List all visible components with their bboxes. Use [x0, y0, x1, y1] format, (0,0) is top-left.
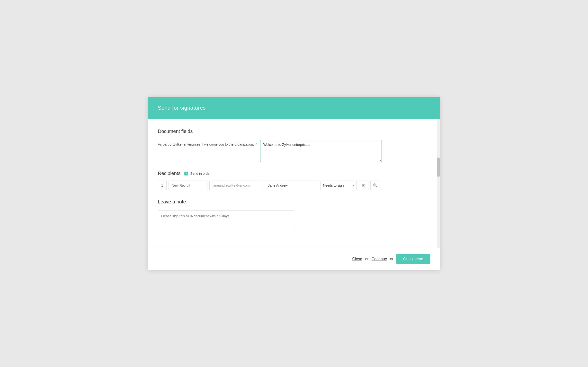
search-action-button[interactable]: 🔍: [370, 181, 380, 190]
recipients-title: Recipients: [158, 171, 180, 176]
scrollbar[interactable]: [437, 119, 440, 248]
recipient-number: 1: [158, 181, 167, 190]
needs-to-sign-select[interactable]: Needs to sign Receives a copy In person …: [320, 181, 357, 190]
close-button[interactable]: Close: [352, 257, 362, 261]
required-indicator: *: [256, 142, 257, 146]
leave-note-title: Leave a note: [158, 199, 430, 205]
leave-note-textarea[interactable]: [158, 210, 294, 232]
recipient-fullname-input[interactable]: [265, 181, 318, 190]
recipients-header: Recipients Send in order: [158, 171, 430, 176]
recipient-email-input[interactable]: [209, 181, 263, 190]
email-icon: ✉: [362, 183, 365, 188]
modal-title: Send for signatures: [158, 105, 430, 111]
recipients-section: Recipients Send in order 1 Needs to sign…: [158, 171, 430, 190]
needs-to-sign-wrapper: Needs to sign Receives a copy In person …: [320, 181, 357, 190]
send-in-order-label: Send in order: [190, 172, 211, 175]
modal-container: Send for signatures Document fields As p…: [148, 97, 440, 270]
leave-note-section: Leave a note: [158, 199, 430, 233]
email-action-button[interactable]: ✉: [359, 181, 368, 190]
document-field-row: As part of Zylker enterprises, I welcome…: [158, 140, 430, 162]
scrollbar-thumb: [437, 157, 440, 177]
send-in-order-checkbox[interactable]: [184, 172, 188, 175]
or-text-1: or: [365, 257, 368, 261]
modal-header: Send for signatures: [148, 97, 440, 119]
document-field-textarea[interactable]: [260, 140, 382, 162]
continue-button[interactable]: Continue: [372, 257, 387, 261]
recipient-name-input[interactable]: [169, 181, 207, 190]
modal-body: Document fields As part of Zylker enterp…: [148, 119, 440, 248]
document-fields-section: Document fields As part of Zylker enterp…: [158, 129, 430, 162]
modal-footer: Close or Continue or Quick send: [148, 248, 440, 270]
search-icon: 🔍: [373, 183, 378, 188]
or-text-2: or: [390, 257, 393, 261]
field-label: As part of Zylker enterprises, I welcome…: [158, 140, 257, 147]
recipient-row: 1 Needs to sign Receives a copy In perso…: [158, 181, 430, 190]
document-fields-title: Document fields: [158, 129, 430, 134]
quick-send-button[interactable]: Quick send: [396, 254, 430, 264]
send-in-order-toggle[interactable]: Send in order: [184, 172, 211, 175]
